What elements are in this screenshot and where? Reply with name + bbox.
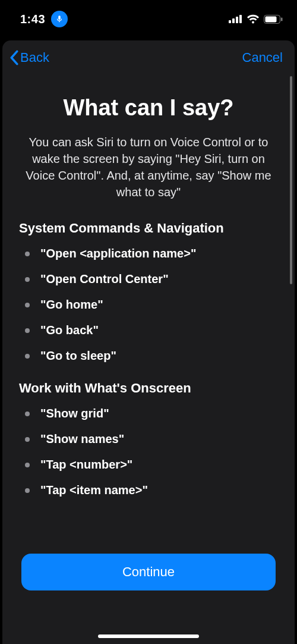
svg-rect-1 bbox=[232, 18, 235, 23]
command-item: "Open Control Center" bbox=[25, 272, 278, 286]
command-text: "Show grid" bbox=[40, 407, 109, 420]
command-item: "Show names" bbox=[25, 432, 278, 446]
svg-rect-3 bbox=[239, 15, 242, 23]
svg-rect-0 bbox=[229, 20, 231, 23]
chevron-left-icon bbox=[10, 50, 19, 65]
bullet-icon bbox=[25, 488, 30, 493]
bullet-icon bbox=[25, 277, 30, 282]
cancel-button[interactable]: Cancel bbox=[242, 50, 283, 65]
bullet-icon bbox=[25, 354, 30, 359]
command-text: "Show names" bbox=[40, 432, 124, 446]
content-area: What can I say? You can ask Siri to turn… bbox=[2, 71, 295, 644]
command-item: "Go to sleep" bbox=[25, 349, 278, 363]
status-time: 1:43 bbox=[20, 12, 45, 26]
svg-rect-6 bbox=[281, 17, 283, 21]
command-item: "Tap <item name>" bbox=[25, 483, 278, 497]
command-item: "Tap <number>" bbox=[25, 458, 278, 472]
command-list: "Open <application name>" "Open Control … bbox=[19, 247, 278, 363]
battery-icon bbox=[264, 15, 283, 24]
command-text: "Go back" bbox=[40, 323, 99, 337]
device-frame: 1:43 Back Cancel bbox=[0, 0, 297, 644]
scroll-indicator bbox=[290, 76, 292, 284]
svg-rect-2 bbox=[236, 17, 238, 23]
command-item: "Go back" bbox=[25, 323, 278, 337]
bullet-icon bbox=[25, 411, 30, 416]
section-heading: System Commands & Navigation bbox=[19, 221, 278, 236]
continue-button[interactable]: Continue bbox=[21, 554, 276, 590]
command-text: "Go to sleep" bbox=[40, 349, 116, 363]
home-indicator[interactable] bbox=[98, 634, 199, 638]
command-text: "Tap <item name>" bbox=[40, 483, 148, 497]
command-text: "Open Control Center" bbox=[40, 272, 169, 286]
back-button[interactable]: Back bbox=[10, 50, 49, 65]
bullet-icon bbox=[25, 463, 30, 467]
section-heading: Work with What's Onscreen bbox=[19, 381, 278, 396]
svg-rect-5 bbox=[266, 16, 277, 22]
bullet-icon bbox=[25, 252, 30, 256]
status-bar: 1:43 bbox=[0, 0, 297, 34]
page-subtitle: You can ask Siri to turn on Voice Contro… bbox=[19, 134, 278, 200]
bullet-icon bbox=[25, 328, 30, 333]
command-item: "Show grid" bbox=[25, 407, 278, 420]
command-text: "Open <application name>" bbox=[40, 247, 196, 260]
command-item: "Go home" bbox=[25, 298, 278, 312]
command-text: "Go home" bbox=[40, 298, 103, 312]
command-item: "Open <application name>" bbox=[25, 247, 278, 260]
wifi-icon bbox=[247, 14, 260, 24]
nav-bar: Back Cancel bbox=[2, 40, 295, 71]
mic-active-icon bbox=[51, 11, 68, 27]
status-right bbox=[229, 14, 283, 24]
bullet-icon bbox=[25, 303, 30, 307]
bullet-icon bbox=[25, 437, 30, 442]
modal-sheet: Back Cancel What can I say? You can ask … bbox=[2, 40, 295, 644]
command-text: "Tap <number>" bbox=[40, 458, 132, 472]
page-title: What can I say? bbox=[19, 95, 278, 121]
command-list: "Show grid" "Show names" "Tap <number>" … bbox=[19, 407, 278, 497]
back-label: Back bbox=[20, 50, 49, 65]
status-left: 1:43 bbox=[20, 11, 68, 27]
cellular-signal-icon bbox=[229, 15, 242, 23]
